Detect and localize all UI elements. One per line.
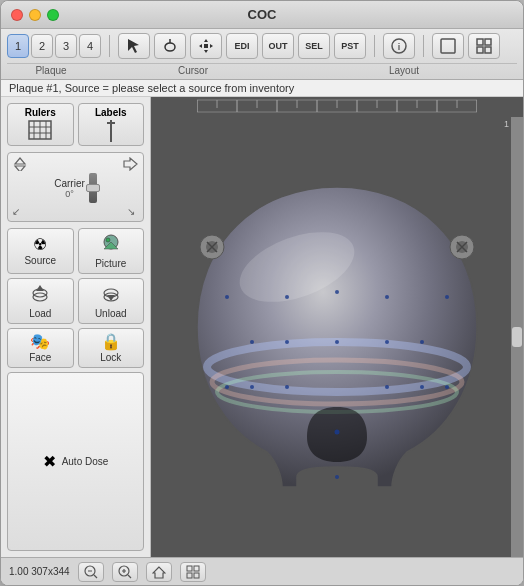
bottom-bar: 1.00 307x344 [1,557,523,585]
svg-marker-25 [124,158,137,170]
plaque-btn-3[interactable]: 3 [55,34,77,58]
carrier-display: Carrier 0° [54,173,97,203]
home-button[interactable] [146,562,172,582]
svg-rect-3 [204,44,208,48]
down-left-arrow-icon: ↙ [12,205,24,217]
svg-point-71 [385,340,389,344]
toolbar-row-top: 1 2 3 4 [1,29,523,63]
svg-rect-93 [187,573,192,578]
carrier-section: Carrier 0° ↙ ↘ [7,152,144,222]
load-button[interactable]: Load [7,278,74,324]
source-picture-row: ☢ Source Picture [7,228,144,274]
unload-icon [101,283,121,306]
main-window: COC 1 2 3 4 [0,0,524,586]
layout-grid-btn[interactable] [468,33,500,59]
fit-button[interactable] [180,562,206,582]
zoom-in-button[interactable] [112,562,138,582]
out-btn[interactable]: OUT [262,33,294,59]
zoom-out-button[interactable] [78,562,104,582]
scrollbar[interactable] [511,117,523,557]
scroll-thumb[interactable] [512,327,522,347]
cursor-move-btn[interactable] [190,33,222,59]
plaque-btn-4[interactable]: 4 [79,34,101,58]
rulers-icon [28,120,52,140]
toolbar-groups: Plaque Cursor Layout [1,63,523,79]
carrier-slider[interactable] [89,173,97,203]
picture-button[interactable]: Picture [78,228,145,274]
maximize-button[interactable] [47,9,59,21]
picture-icon [100,233,122,256]
down-right-arrow-icon: ↘ [127,205,139,217]
svg-rect-91 [187,566,192,571]
carrier-arrows-icon [12,157,28,171]
plaque-buttons: 1 2 3 4 [7,34,101,58]
layout-single-btn[interactable] [432,33,464,59]
source-button[interactable]: ☢ Source [7,228,74,274]
toolbar-group-plaque: 1 2 3 4 [7,34,101,58]
svg-point-29 [106,238,110,242]
carrier-arrows-icon-2 [123,157,139,171]
cursor-lasso-btn[interactable] [154,33,186,59]
svg-text:i: i [398,42,401,52]
labels-label: Labels [95,107,127,118]
svg-marker-6 [199,44,202,48]
load-label: Load [29,308,51,319]
svg-point-73 [250,385,254,389]
cursor-arrow-btn[interactable] [118,33,150,59]
auto-dose-button[interactable]: ✖ Auto Dose [7,372,144,551]
lock-button[interactable]: 🔒 Lock [78,328,145,368]
svg-line-89 [128,575,131,578]
svg-marker-90 [153,567,165,578]
svg-rect-14 [485,47,491,53]
radiation-icon: ☢ [33,237,47,253]
carrier-arrows [12,157,139,171]
svg-point-68 [250,340,254,344]
svg-marker-23 [15,158,25,164]
mount-left-icon [200,235,224,259]
svg-point-78 [335,475,339,479]
unload-label: Unload [95,308,127,319]
toolbar-sep-1 [109,35,110,57]
svg-point-70 [335,340,339,344]
ruler-svg [197,98,477,114]
close-button[interactable] [11,9,23,21]
info-btn[interactable]: i [383,33,415,59]
traffic-lights [11,9,59,21]
svg-point-67 [385,295,389,299]
layout-group-label: Layout [291,63,517,76]
svg-text:↙: ↙ [12,206,20,217]
svg-point-79 [445,295,449,299]
source-label: Source [24,255,56,266]
load-icon [30,283,50,306]
load-unload-row: Load Unload [7,278,144,324]
main-content: Rulers Labels [1,97,523,557]
svg-point-69 [285,340,289,344]
svg-marker-24 [15,166,25,171]
svg-point-66 [335,290,339,294]
edit-btn[interactable]: EDI [226,33,258,59]
status-text: Plaque #1, Source = please select a sour… [9,82,294,94]
sely-btn[interactable]: SEL [298,33,330,59]
page-number: 1 [504,119,509,129]
face-button[interactable]: 🎭 Face [7,328,74,368]
unload-button[interactable]: Unload [78,278,145,324]
svg-point-82 [445,385,449,389]
toolbar-sep-3 [423,35,424,57]
auto-dose-label: Auto Dose [62,456,109,467]
rulers-labels-row: Rulers Labels [7,103,144,146]
labels-button[interactable]: Labels [78,103,145,146]
svg-rect-10 [441,39,455,53]
paste-btn[interactable]: PST [334,33,366,59]
svg-marker-0 [128,39,139,53]
plaque-btn-2[interactable]: 2 [31,34,53,58]
svg-marker-5 [204,50,208,53]
zoom-info: 1.00 307x344 [9,566,70,577]
plaque-btn-1[interactable]: 1 [7,34,29,58]
lock-icon: 🔒 [101,334,121,350]
labels-icon [105,120,117,142]
rulers-button[interactable]: Rulers [7,103,74,146]
svg-line-85 [94,575,97,578]
minimize-button[interactable] [29,9,41,21]
ruler-top [151,97,523,115]
svg-rect-13 [477,47,483,53]
